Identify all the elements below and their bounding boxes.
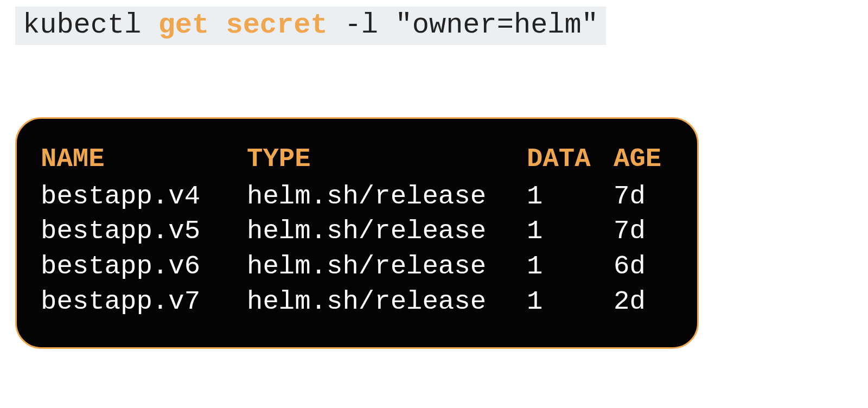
cell-data: 1: [527, 214, 614, 249]
cell-data: 1: [527, 249, 614, 284]
terminal-output-panel: NAME TYPE DATA AGE bestapp.v4 helm.sh/re…: [15, 117, 699, 349]
cell-name: bestapp.v6: [41, 249, 247, 284]
cell-type: helm.sh/release: [247, 249, 527, 284]
cell-type: helm.sh/release: [247, 284, 527, 320]
cell-age: 7d: [614, 214, 673, 249]
command-text-prefix: kubectl: [23, 10, 158, 41]
header-age: AGE: [614, 142, 673, 179]
command-line: kubectl get secret -l "owner=helm": [15, 7, 606, 45]
cell-name: bestapp.v4: [41, 179, 247, 214]
cell-type: helm.sh/release: [247, 214, 527, 249]
table-row: bestapp.v4 helm.sh/release 1 7d: [41, 179, 673, 214]
header-type: TYPE: [247, 142, 527, 179]
table-header-row: NAME TYPE DATA AGE: [41, 142, 673, 179]
cell-age: 2d: [614, 284, 673, 320]
header-name: NAME: [41, 142, 247, 179]
header-data: DATA: [527, 142, 614, 179]
table-row: bestapp.v7 helm.sh/release 1 2d: [41, 284, 673, 320]
cell-data: 1: [527, 179, 614, 214]
table-row: bestapp.v5 helm.sh/release 1 7d: [41, 214, 673, 249]
command-text-highlight: get secret: [158, 10, 328, 41]
cell-age: 6d: [614, 249, 673, 284]
cell-type: helm.sh/release: [247, 179, 527, 214]
command-text-suffix: -l "owner=helm": [328, 10, 598, 41]
cell-name: bestapp.v5: [41, 214, 247, 249]
cell-age: 7d: [614, 179, 673, 214]
cell-data: 1: [527, 284, 614, 320]
secrets-table: NAME TYPE DATA AGE bestapp.v4 helm.sh/re…: [41, 142, 673, 319]
table-row: bestapp.v6 helm.sh/release 1 6d: [41, 249, 673, 284]
cell-name: bestapp.v7: [41, 284, 247, 320]
